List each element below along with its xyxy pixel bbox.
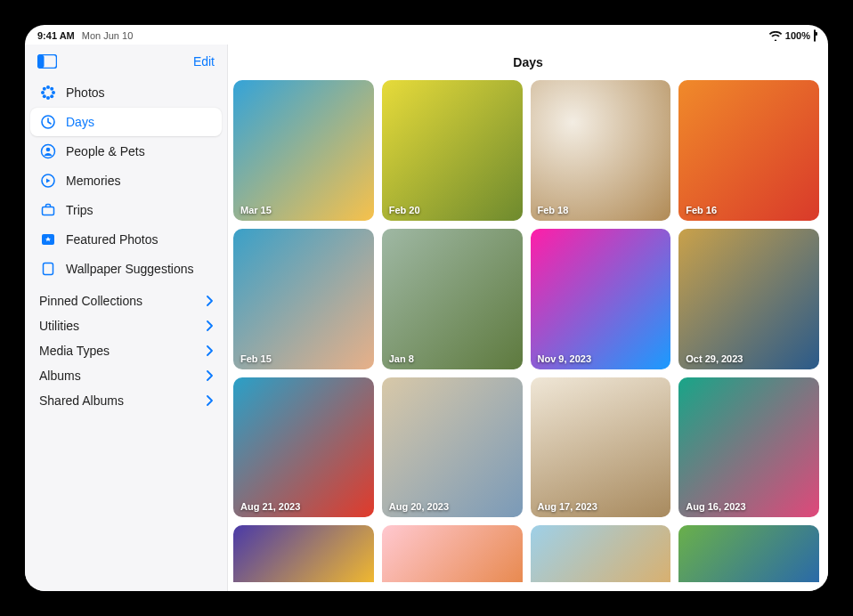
day-tile[interactable]: Nov 9, 2023 bbox=[531, 229, 671, 369]
sidebar-sections: Pinned Collections Utilities Media Types bbox=[30, 288, 222, 413]
page-title: Days bbox=[513, 55, 542, 69]
wallpaper-icon bbox=[39, 260, 57, 278]
day-tile[interactable]: Aug 21, 2023 bbox=[233, 377, 374, 518]
tile-date: Mar 15 bbox=[240, 205, 272, 215]
sidebar-item-featured-photos[interactable]: Featured Photos bbox=[30, 225, 222, 254]
tile-date: Aug 16, 2023 bbox=[686, 501, 745, 512]
wifi-icon bbox=[769, 31, 782, 41]
day-tile[interactable]: Feb 16 bbox=[678, 80, 819, 221]
chevron-right-icon bbox=[206, 370, 213, 381]
person-icon bbox=[39, 142, 57, 160]
status-right: 100% bbox=[769, 30, 816, 41]
tile-date: Jan 8 bbox=[389, 353, 414, 364]
screen: 9:41 AM Mon Jun 10 100% E bbox=[25, 25, 828, 591]
tile-date: Feb 16 bbox=[686, 205, 717, 215]
sidebar-item-label: Featured Photos bbox=[66, 232, 213, 247]
day-tile[interactable] bbox=[233, 525, 374, 582]
day-tile[interactable] bbox=[382, 525, 523, 582]
suitcase-icon bbox=[39, 201, 57, 219]
sidebar-item-trips[interactable]: Trips bbox=[30, 196, 222, 224]
sidebar-section-utilities[interactable]: Utilities bbox=[30, 313, 222, 338]
day-tile[interactable] bbox=[678, 525, 819, 582]
tile-date: Nov 9, 2023 bbox=[538, 353, 592, 364]
tile-date: Aug 20, 2023 bbox=[389, 501, 449, 512]
sidebar-section-pinned-collections[interactable]: Pinned Collections bbox=[30, 288, 222, 313]
status-date: Mon Jun 10 bbox=[82, 30, 133, 41]
sidebar-item-wallpaper-suggestions[interactable]: Wallpaper Suggestions bbox=[30, 255, 222, 283]
svg-point-4 bbox=[41, 91, 45, 94]
sidebar-toggle-button[interactable] bbox=[36, 52, 59, 71]
content-split: Edit Photos Days bbox=[25, 45, 828, 591]
day-tile[interactable]: Feb 15 bbox=[233, 229, 374, 369]
day-tile[interactable] bbox=[531, 525, 671, 582]
svg-rect-1 bbox=[38, 55, 45, 68]
sidebar-nav-list: Photos Days People & Pets bbox=[30, 78, 222, 283]
sidebar-item-label: Trips bbox=[66, 203, 213, 217]
day-tile[interactable]: Aug 20, 2023 bbox=[382, 377, 523, 518]
sidebar-item-days[interactable]: Days bbox=[30, 108, 222, 136]
tile-date: Aug 21, 2023 bbox=[240, 501, 300, 512]
clock-icon bbox=[39, 113, 57, 131]
svg-point-2 bbox=[46, 85, 50, 89]
chevron-right-icon bbox=[206, 395, 213, 406]
day-tile[interactable]: Feb 20 bbox=[382, 80, 523, 221]
section-label: Albums bbox=[39, 369, 81, 383]
sidebar-item-memories[interactable]: Memories bbox=[30, 166, 222, 195]
svg-rect-14 bbox=[43, 207, 54, 215]
sidebar-item-photos[interactable]: Photos bbox=[30, 78, 222, 107]
sidebar-item-label: Photos bbox=[66, 85, 213, 100]
sidebar: Edit Photos Days bbox=[25, 45, 228, 591]
day-tile[interactable]: Oct 29, 2023 bbox=[678, 229, 819, 369]
status-time: 9:41 AM bbox=[37, 30, 75, 41]
edit-button[interactable]: Edit bbox=[193, 54, 215, 69]
svg-point-6 bbox=[43, 87, 46, 91]
day-tile[interactable]: Mar 15 bbox=[233, 80, 374, 221]
svg-point-7 bbox=[50, 87, 53, 91]
chevron-right-icon bbox=[206, 320, 213, 331]
svg-point-3 bbox=[46, 96, 50, 100]
days-grid[interactable]: Mar 15 Feb 20 Feb 18 Feb 16 Feb 15 Jan 8… bbox=[233, 80, 828, 591]
sidebar-section-albums[interactable]: Albums bbox=[30, 363, 222, 388]
sidebar-section-media-types[interactable]: Media Types bbox=[30, 338, 222, 363]
day-tile[interactable]: Aug 16, 2023 bbox=[678, 377, 819, 518]
section-label: Pinned Collections bbox=[39, 294, 142, 308]
section-label: Shared Albums bbox=[39, 393, 124, 408]
day-tile[interactable]: Feb 18 bbox=[531, 80, 671, 221]
memories-icon bbox=[39, 172, 57, 190]
sidebar-section-shared-albums[interactable]: Shared Albums bbox=[30, 388, 222, 413]
svg-point-9 bbox=[50, 94, 53, 98]
main-content: ••• Days Mar 15 Feb 20 Feb 18 Feb 16 Feb… bbox=[228, 45, 828, 591]
tile-date: Feb 15 bbox=[240, 353, 272, 364]
sidebar-item-people-pets[interactable]: People & Pets bbox=[30, 137, 222, 166]
sidebar-item-label: Wallpaper Suggestions bbox=[66, 262, 213, 276]
battery-icon bbox=[814, 30, 816, 41]
tile-date: Aug 17, 2023 bbox=[538, 501, 597, 512]
battery-percentage: 100% bbox=[785, 30, 810, 41]
day-tile[interactable]: Jan 8 bbox=[382, 229, 523, 369]
sidebar-header: Edit bbox=[30, 48, 222, 78]
main-header: Days bbox=[228, 45, 828, 80]
tile-date: Oct 29, 2023 bbox=[686, 353, 743, 364]
tile-date: Feb 20 bbox=[389, 205, 420, 215]
sidebar-item-label: People & Pets bbox=[66, 144, 213, 158]
day-tile[interactable]: Aug 17, 2023 bbox=[531, 377, 671, 518]
sidebar-item-label: Days bbox=[66, 115, 213, 129]
device-frame: 9:41 AM Mon Jun 10 100% E bbox=[0, 0, 853, 616]
chevron-right-icon bbox=[206, 345, 213, 356]
status-left: 9:41 AM Mon Jun 10 bbox=[37, 30, 133, 41]
sidebar-item-label: Memories bbox=[66, 174, 213, 188]
featured-icon bbox=[39, 231, 57, 248]
svg-point-12 bbox=[46, 148, 51, 152]
svg-rect-16 bbox=[44, 263, 53, 275]
section-label: Utilities bbox=[39, 319, 79, 333]
chevron-right-icon bbox=[206, 296, 213, 306]
svg-point-5 bbox=[52, 91, 55, 94]
photos-icon bbox=[39, 84, 57, 101]
section-label: Media Types bbox=[39, 344, 110, 358]
svg-point-8 bbox=[43, 94, 46, 98]
tile-date: Feb 18 bbox=[538, 205, 569, 215]
